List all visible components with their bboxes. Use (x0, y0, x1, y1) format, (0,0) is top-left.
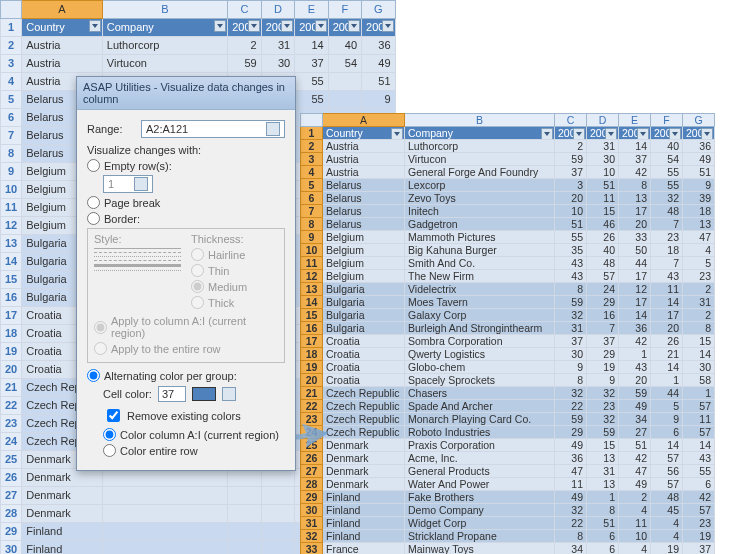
table-cell[interactable]: Denmark (22, 505, 103, 523)
table-cell[interactable]: 37 (555, 335, 587, 348)
table-cell[interactable]: Luthorcorp (102, 37, 227, 55)
table-cell[interactable]: 47 (619, 465, 651, 478)
filter-dropdown-icon[interactable] (382, 20, 394, 32)
table-cell[interactable]: 54 (328, 55, 361, 73)
filter-dropdown-icon[interactable] (391, 128, 403, 140)
table-cell[interactable]: 50 (619, 244, 651, 257)
row-header[interactable]: 25 (1, 451, 22, 469)
row-header[interactable]: 30 (1, 541, 22, 555)
table-cell[interactable]: 33 (619, 231, 651, 244)
row-header[interactable]: 10 (301, 244, 323, 257)
table-cell[interactable]: 21 (651, 348, 683, 361)
table-cell[interactable]: 18 (651, 244, 683, 257)
table-cell[interactable]: Spacely Sprockets (405, 374, 555, 387)
table-cell[interactable]: Fake Brothers (405, 491, 555, 504)
table-cell[interactable]: 15 (587, 205, 619, 218)
table-cell[interactable]: 43 (683, 452, 715, 465)
table-cell[interactable]: 14 (295, 37, 328, 55)
table-cell[interactable]: 31 (587, 465, 619, 478)
row-header[interactable]: 12 (1, 217, 22, 235)
color-column[interactable]: Color column A:I (current region) (103, 428, 285, 441)
table-cell[interactable]: 2 (228, 37, 261, 55)
table-cell[interactable]: 9 (362, 91, 395, 109)
table-cell[interactable]: 37 (295, 55, 328, 73)
table-cell[interactable]: Belgium (323, 257, 405, 270)
table-cell[interactable]: 14 (619, 309, 651, 322)
col-header[interactable]: C (555, 114, 587, 127)
table-cell[interactable]: Smith And Co. (405, 257, 555, 270)
table-cell[interactable]: 51 (683, 166, 715, 179)
filter-dropdown-icon[interactable] (214, 20, 226, 32)
table-cell[interactable]: 6 (683, 478, 715, 491)
row-header[interactable]: 11 (301, 257, 323, 270)
opt-border[interactable]: Border: (87, 212, 285, 225)
row-header[interactable]: 2 (301, 140, 323, 153)
row-header[interactable]: 3 (1, 55, 22, 73)
range-input[interactable]: A2:A121 (141, 120, 285, 138)
table-cell[interactable]: 1 (683, 387, 715, 400)
row-header[interactable]: 18 (301, 348, 323, 361)
col-header[interactable]: G (362, 1, 395, 19)
row-header[interactable]: 21 (1, 379, 22, 397)
table-cell[interactable]: 23 (683, 517, 715, 530)
table-cell[interactable]: Acme, Inc. (405, 452, 555, 465)
table-cell[interactable]: 36 (362, 37, 395, 55)
table-cell[interactable]: 55 (295, 73, 328, 91)
table-cell[interactable]: Belarus (323, 179, 405, 192)
table-cell[interactable]: 29 (555, 426, 587, 439)
table-cell[interactable]: 5 (683, 257, 715, 270)
table-cell[interactable]: Denmark (323, 452, 405, 465)
table-cell[interactable]: 5 (651, 400, 683, 413)
table-cell[interactable]: Czech Republic (323, 426, 405, 439)
opt-page-break[interactable]: Page break (87, 196, 285, 209)
table-cell[interactable]: Croatia (323, 361, 405, 374)
table-cell[interactable]: 17 (619, 296, 651, 309)
table-cell[interactable]: Praxis Corporation (405, 439, 555, 452)
table-cell[interactable]: 23 (651, 231, 683, 244)
table-cell[interactable]: 14 (651, 361, 683, 374)
row-header[interactable]: 19 (301, 361, 323, 374)
table-cell[interactable]: Denmark (323, 478, 405, 491)
table-cell[interactable]: Austria (22, 55, 103, 73)
row-header[interactable]: 16 (1, 289, 22, 307)
table-cell[interactable]: 6 (587, 530, 619, 543)
table-cell[interactable]: 42 (619, 335, 651, 348)
table-cell[interactable]: Austria (22, 37, 103, 55)
table-cell[interactable]: 35 (555, 244, 587, 257)
table-cell[interactable]: Luthorcorp (405, 140, 555, 153)
table-cell[interactable]: 8 (683, 322, 715, 335)
table-cell[interactable]: 47 (683, 231, 715, 244)
table-cell[interactable]: 39 (683, 192, 715, 205)
table-cell[interactable]: 36 (683, 140, 715, 153)
empty-rows-count[interactable]: 1 (103, 175, 153, 193)
table-cell[interactable]: 43 (651, 270, 683, 283)
table-cell[interactable]: Monarch Playing Card Co. (405, 413, 555, 426)
table-cell[interactable] (261, 505, 294, 523)
row-header[interactable]: 28 (1, 505, 22, 523)
table-cell[interactable]: 10 (555, 205, 587, 218)
table-cell[interactable]: 4 (651, 530, 683, 543)
table-cell[interactable]: 4 (651, 517, 683, 530)
row-header[interactable]: 6 (301, 192, 323, 205)
table-cell[interactable]: 19 (587, 361, 619, 374)
table-cell[interactable] (328, 91, 361, 109)
col-header[interactable]: A (323, 114, 405, 127)
table-cell[interactable]: Strickland Propane (405, 530, 555, 543)
table-cell[interactable]: 2 (619, 491, 651, 504)
table-cell[interactable]: Denmark (323, 465, 405, 478)
table-cell[interactable]: 49 (555, 491, 587, 504)
table-cell[interactable]: The New Firm (405, 270, 555, 283)
table-cell[interactable]: 20 (651, 322, 683, 335)
table-cell[interactable]: 51 (587, 179, 619, 192)
filter-dropdown-icon[interactable] (637, 128, 649, 140)
table-cell[interactable]: 8 (619, 179, 651, 192)
table-cell[interactable]: 19 (651, 543, 683, 555)
row-header[interactable]: 20 (1, 361, 22, 379)
row-header[interactable]: 23 (1, 415, 22, 433)
table-cell[interactable]: 40 (328, 37, 361, 55)
row-header[interactable]: 13 (1, 235, 22, 253)
table-header-cell[interactable]: 2008 (651, 127, 683, 140)
table-cell[interactable]: 11 (555, 478, 587, 491)
table-cell[interactable]: 43 (619, 361, 651, 374)
table-cell[interactable]: Finland (323, 491, 405, 504)
